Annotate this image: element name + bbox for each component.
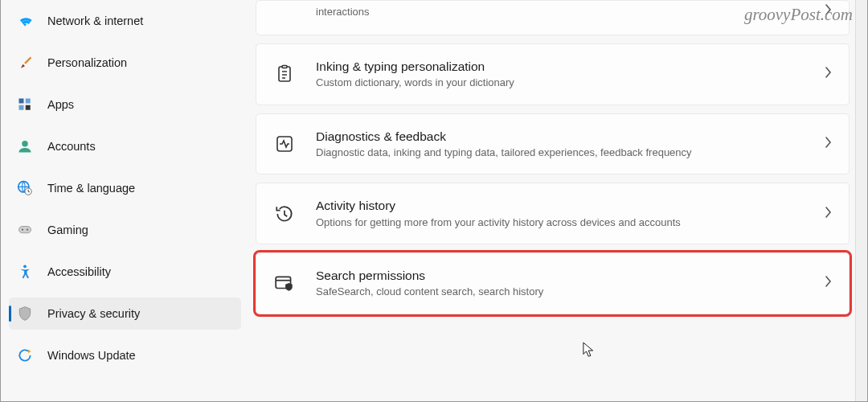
svg-point-8 (22, 229, 23, 231)
card-sub: Custom dictionary, words in your diction… (316, 76, 804, 90)
card-title: Activity history (316, 198, 804, 214)
svg-rect-1 (26, 99, 31, 104)
card-title: Search permissions (316, 268, 804, 284)
sidebar-item-time-language[interactable]: Time & language (9, 172, 241, 204)
sidebar-item-label: Network & internet (47, 14, 143, 27)
touch-icon (274, 1, 295, 22)
scrollbar[interactable] (855, 0, 867, 401)
card-diagnostics-feedback[interactable]: Diagnostics & feedback Diagnostic data, … (256, 113, 850, 175)
svg-point-9 (27, 229, 28, 231)
card-sub: Options for getting more from your activ… (316, 215, 804, 230)
svg-rect-3 (26, 105, 31, 110)
sidebar-item-label: Gaming (47, 224, 88, 236)
activity-icon (274, 133, 295, 154)
sidebar-item-windows-update[interactable]: Windows Update (9, 339, 241, 371)
sidebar-item-accessibility[interactable]: Accessibility (9, 256, 241, 288)
shield-icon (17, 306, 33, 322)
sidebar-item-gaming[interactable]: Gaming (9, 214, 241, 246)
chevron-right-icon (825, 207, 833, 221)
svg-rect-7 (19, 227, 31, 233)
sidebar-item-label: Personalization (47, 56, 127, 69)
sidebar-item-privacy-security[interactable]: Privacy & security (9, 297, 241, 330)
sidebar-item-label: Accounts (47, 140, 96, 153)
person-icon (17, 138, 33, 154)
svg-rect-2 (19, 105, 24, 110)
wifi-icon (17, 13, 33, 29)
card-inking-typing[interactable]: Inking & typing personalization Custom d… (256, 43, 850, 105)
globe-clock-icon (17, 180, 33, 196)
sidebar-item-label: Time & language (47, 182, 135, 195)
svg-point-4 (22, 141, 28, 147)
sidebar-item-label: Apps (47, 98, 74, 111)
svg-rect-12 (282, 66, 287, 68)
brush-icon (17, 55, 33, 71)
sidebar-item-personalization[interactable]: Personalization (9, 47, 241, 79)
settings-main: interactions Inking & typing personaliza… (246, 0, 867, 401)
card-search-permissions[interactable]: Search permissions SafeSearch, cloud con… (256, 252, 850, 314)
update-icon (17, 347, 33, 363)
search-shield-icon (274, 273, 295, 293)
card-sub: SafeSearch, cloud content search, search… (316, 285, 804, 299)
sidebar-item-label: Privacy & security (47, 307, 140, 320)
card-title: Inking & typing personalization (316, 59, 804, 75)
chevron-right-icon (825, 67, 833, 81)
sidebar-item-apps[interactable]: Apps (9, 88, 241, 121)
apps-icon (17, 96, 33, 113)
clipboard-list-icon (274, 64, 295, 84)
sidebar-item-accounts[interactable]: Accounts (9, 130, 241, 162)
sidebar-item-label: Windows Update (47, 349, 136, 362)
settings-sidebar: Network & internet Personalization Apps … (1, 0, 246, 401)
svg-point-10 (23, 265, 27, 268)
chevron-right-icon (825, 137, 833, 151)
sidebar-item-label: Accessibility (47, 265, 111, 278)
accessibility-icon (17, 264, 33, 280)
gamepad-icon (17, 222, 33, 238)
sidebar-item-network[interactable]: Network & internet (9, 5, 241, 37)
card-sub: Diagnostic data, inking and typing data,… (316, 146, 804, 160)
svg-rect-11 (279, 67, 290, 81)
card-activity-history[interactable]: Activity history Options for getting mor… (256, 183, 850, 244)
chevron-right-icon (825, 276, 833, 290)
watermark: groovyPost.com (744, 5, 853, 25)
card-title: Diagnostics & feedback (316, 129, 804, 145)
svg-rect-0 (19, 99, 24, 104)
card-sub: interactions (316, 5, 804, 19)
history-icon (274, 203, 295, 224)
